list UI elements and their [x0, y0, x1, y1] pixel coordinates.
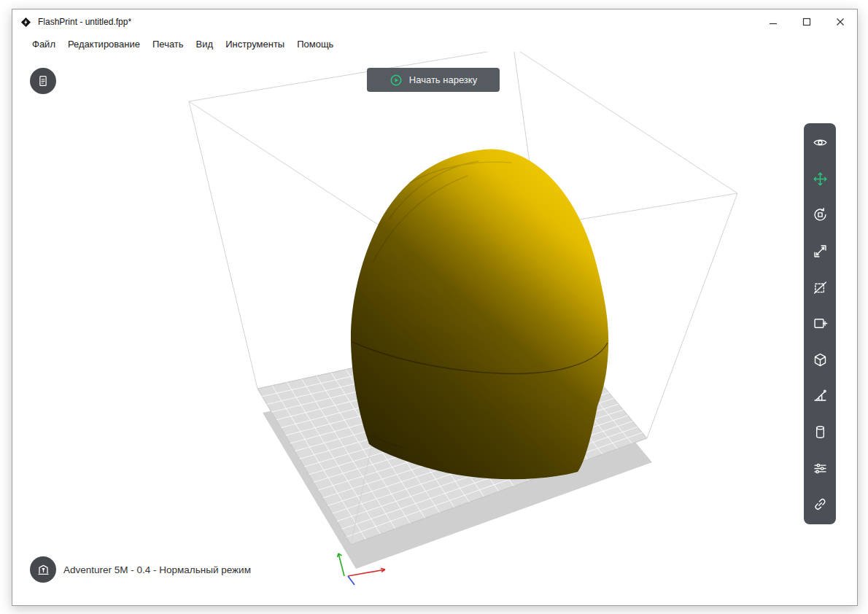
window-title: FlashPrint - untitled.fpp*: [38, 17, 131, 27]
document-icon: [36, 74, 50, 88]
sliders-icon: [813, 461, 828, 476]
viewport-3d[interactable]: [12, 52, 857, 605]
supports-icon: [813, 388, 828, 403]
printer-button[interactable]: [30, 556, 56, 583]
close-icon: [836, 18, 845, 26]
link-icon: [813, 497, 828, 512]
model-box-button[interactable]: [804, 342, 836, 378]
app-window: FlashPrint - untitled.fpp* Файл Редактир…: [12, 9, 858, 606]
axis-x-red: [348, 568, 385, 576]
view-button[interactable]: [804, 125, 836, 161]
menu-view[interactable]: Вид: [196, 39, 214, 50]
add-plus-icon: [813, 316, 828, 331]
menu-bar: Файл Редактирование Печать Вид Инструмен…: [12, 34, 857, 53]
maximize-button[interactable]: [790, 9, 824, 34]
minimize-icon: [769, 18, 778, 26]
cut-button[interactable]: [804, 269, 836, 306]
menu-print[interactable]: Печать: [152, 39, 184, 50]
file-list-button[interactable]: [30, 68, 56, 94]
cylinder-icon: [813, 424, 828, 440]
scale-icon: [813, 244, 828, 259]
minimize-button[interactable]: [756, 9, 790, 34]
start-slice-label: Начать нарезку: [409, 74, 477, 85]
printer-icon: [36, 563, 50, 577]
menu-help[interactable]: Помощь: [297, 39, 333, 50]
rotate-button[interactable]: [804, 197, 836, 233]
maximize-icon: [802, 18, 811, 26]
close-button[interactable]: [824, 9, 857, 34]
link-button[interactable]: [804, 486, 836, 523]
cut-icon: [813, 280, 828, 295]
adjust-button[interactable]: [804, 450, 836, 486]
window-controls: [756, 9, 857, 34]
menu-tools[interactable]: Инструменты: [225, 39, 284, 50]
axis-y-green: [338, 553, 345, 576]
play-icon: [390, 74, 403, 87]
right-toolbar: [804, 123, 836, 524]
start-slice-button[interactable]: Начать нарезку: [367, 68, 500, 92]
axis-z-blue: [348, 576, 354, 585]
menu-file[interactable]: Файл: [32, 39, 55, 50]
flashprint-logo-icon: [20, 17, 31, 28]
tower-button[interactable]: [804, 414, 836, 451]
supports-button[interactable]: [804, 378, 836, 414]
move-button[interactable]: [804, 161, 836, 198]
move-icon: [813, 171, 828, 187]
box-3d-icon: [813, 352, 828, 368]
eye-icon: [813, 135, 828, 150]
scale-button[interactable]: [804, 233, 836, 270]
model-3d[interactable]: [351, 149, 608, 479]
printer-status-text: Adventurer 5M - 0.4 - Нормальный режим: [63, 564, 251, 575]
menu-edit[interactable]: Редактирование: [68, 39, 140, 50]
title-bar: FlashPrint - untitled.fpp*: [12, 9, 857, 34]
add-model-button[interactable]: [804, 306, 836, 342]
rotate-icon: [813, 207, 828, 222]
